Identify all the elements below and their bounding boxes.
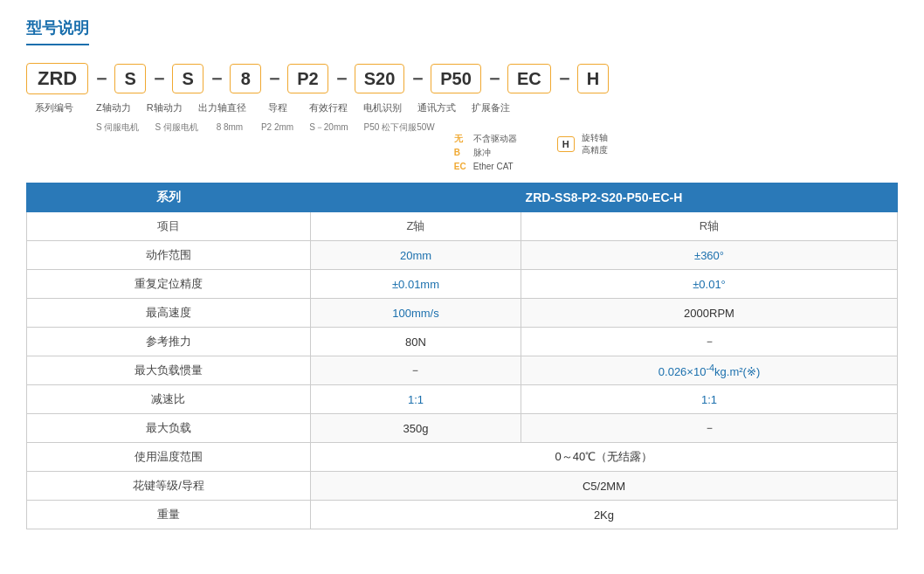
legend-key-ec: EC xyxy=(454,160,470,174)
row-z-speed: 100mm/s xyxy=(310,299,521,328)
spec-table: 系列 ZRD-SS8-P2-S20-P50-EC-H 项目 Z轴 R轴 动作范围… xyxy=(26,183,898,529)
page-title: 型号说明 xyxy=(26,17,89,45)
sublabel-r-power: S 伺服电机 xyxy=(155,122,197,132)
label-shaft-dia: 出力轴直径 xyxy=(198,101,246,114)
table-row: 动作范围 20mm ±360° xyxy=(27,241,898,270)
table-row: 参考推力 80N － xyxy=(27,328,898,356)
table-row: 最高速度 100mm/s 2000RPM xyxy=(27,299,898,328)
label-z-power: Z轴动力 xyxy=(96,101,131,114)
sep-4: － xyxy=(261,66,287,92)
row-z-ratio: 1:1 xyxy=(310,385,521,414)
sep-8: － xyxy=(551,66,577,92)
table-row: 最大负载惯量 － 0.026×10-4kg.m²(※) xyxy=(27,356,898,385)
table-row: 重复定位精度 ±0.01mm ±0.01° xyxy=(27,270,898,299)
row-z-force: 80N xyxy=(310,328,521,356)
model-part-p50: P50 xyxy=(431,64,481,93)
row-label-temp: 使用温度范围 xyxy=(27,443,311,472)
row-label-weight: 重量 xyxy=(27,501,311,529)
row-z-inertia: － xyxy=(310,356,521,385)
row-label-force: 参考推力 xyxy=(27,328,311,356)
row-z-repeat: ±0.01mm xyxy=(310,270,521,299)
legend-h-line1: 旋转轴 xyxy=(582,132,608,144)
label-series: 系列编号 xyxy=(35,101,73,114)
model-part-s20: S20 xyxy=(355,64,405,93)
row-r-force: － xyxy=(521,328,898,356)
label-ext: 扩展备注 xyxy=(472,101,510,114)
sep-2: － xyxy=(146,66,172,92)
header-series-label: 系列 xyxy=(27,183,311,212)
comm-legend: 无 不含驱动器 B 脉冲 EC Ether CAT xyxy=(454,132,538,174)
label-r-power: R轴动力 xyxy=(147,101,183,114)
row-label-ratio: 减速比 xyxy=(27,385,311,414)
legend-h-box: H xyxy=(557,136,575,152)
subheader-r: R轴 xyxy=(521,212,898,241)
row-temp-combined: 0～40℃（无结露） xyxy=(310,443,897,472)
header-model-value: ZRD-SS8-P2-S20-P50-EC-H xyxy=(310,183,897,212)
row-r-load: － xyxy=(521,414,898,443)
model-part-p2: P2 xyxy=(287,64,328,93)
subheader-item: 项目 xyxy=(27,212,311,241)
table-row: 最大负载 350g － xyxy=(27,414,898,443)
legend-h-line2: 高精度 xyxy=(582,144,608,156)
sublabel-stroke: S－20mm xyxy=(309,122,348,132)
model-code-row: ZRD － S － S － 8 － P2 － S20 － P50 － EC － … xyxy=(26,63,898,94)
legend-val-ec: Ether CAT xyxy=(473,160,514,174)
model-part-h: H xyxy=(577,64,609,93)
model-section: ZRD － S － S － 8 － P2 － S20 － P50 － EC － … xyxy=(26,63,898,177)
row-weight-combined: 2Kg xyxy=(310,501,897,529)
model-part-zrd: ZRD xyxy=(26,63,88,94)
row-spline-combined: C5/2MM xyxy=(310,472,897,501)
legend-key-wu: 无 xyxy=(454,132,470,146)
table-row: 使用温度范围 0～40℃（无结露） xyxy=(27,443,898,472)
legend-key-b: B xyxy=(454,146,470,160)
sublabel-lead: P2 2mm xyxy=(261,122,293,132)
row-r-inertia: 0.026×10-4kg.m²(※) xyxy=(521,356,898,385)
label-motor-id: 电机识别 xyxy=(363,101,402,114)
table-row: 花键等级/导程 C5/2MM xyxy=(27,472,898,501)
sep-1: － xyxy=(88,66,114,92)
label-lead: 导程 xyxy=(268,101,287,114)
row-r-range: ±360° xyxy=(521,241,898,270)
table-row: 重量 2Kg xyxy=(27,501,898,529)
sep-6: － xyxy=(404,66,431,92)
row-z-load: 350g xyxy=(310,414,521,443)
row-label-spline: 花键等级/导程 xyxy=(27,472,311,501)
sublabel-motor: P50 松下伺服50W xyxy=(364,122,435,132)
legend-val-b: 脉冲 xyxy=(473,146,491,160)
subheader-z: Z轴 xyxy=(310,212,521,241)
table-header-row: 系列 ZRD-SS8-P2-S20-P50-EC-H xyxy=(27,183,898,212)
row-label-range: 动作范围 xyxy=(27,241,311,270)
sublabel-z-power: S 伺服电机 xyxy=(96,122,139,132)
row-r-speed: 2000RPM xyxy=(521,299,898,328)
ext-legend: H 旋转轴 高精度 xyxy=(557,132,608,156)
sep-3: － xyxy=(203,66,230,92)
model-part-s2: S xyxy=(172,64,203,93)
row-label-load: 最大负载 xyxy=(27,414,311,443)
sep-7: － xyxy=(481,66,507,92)
row-r-ratio: 1:1 xyxy=(521,385,898,414)
table-row: 减速比 1:1 1:1 xyxy=(27,385,898,414)
row-label-repeat: 重复定位精度 xyxy=(27,270,311,299)
label-stroke: 有效行程 xyxy=(309,101,348,114)
model-part-8: 8 xyxy=(230,64,261,93)
row-z-range: 20mm xyxy=(310,241,521,270)
sep-5: － xyxy=(328,66,355,92)
row-label-inertia: 最大负载惯量 xyxy=(27,356,311,385)
row-r-repeat: ±0.01° xyxy=(521,270,898,299)
sublabel-shaft: 8 8mm xyxy=(217,122,244,132)
legend-val-wu: 不含驱动器 xyxy=(473,132,517,146)
model-part-ec: EC xyxy=(507,64,551,93)
row-label-speed: 最高速度 xyxy=(27,299,311,328)
subheader-row: 项目 Z轴 R轴 xyxy=(27,212,898,241)
model-part-s1: S xyxy=(114,64,146,93)
label-comm: 通讯方式 xyxy=(417,101,456,114)
